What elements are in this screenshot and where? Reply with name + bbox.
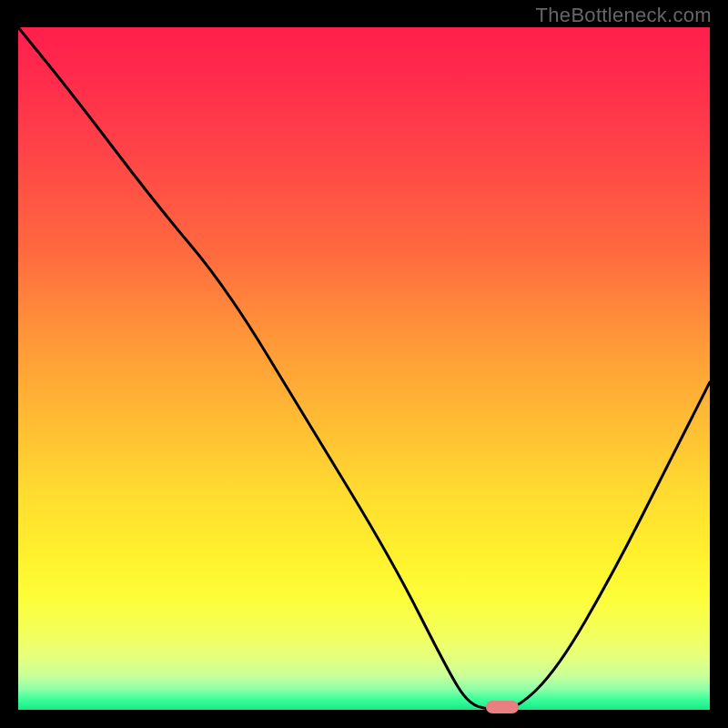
- chart-frame: TheBottleneck.com: [0, 0, 728, 728]
- plot-area: [18, 27, 710, 710]
- watermark-text: TheBottleneck.com: [536, 4, 712, 27]
- bottleneck-curve: [18, 27, 710, 710]
- optimum-marker: [486, 701, 519, 713]
